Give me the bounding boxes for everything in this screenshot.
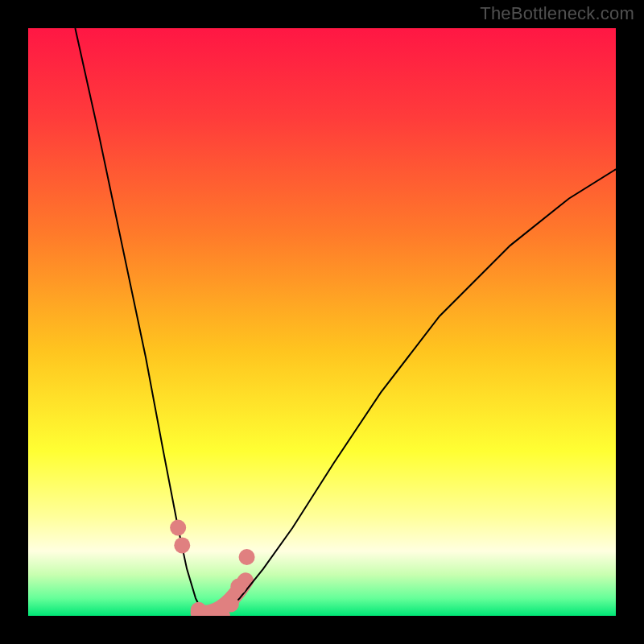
curve-layer [28, 28, 616, 616]
trough-marker-8 [239, 549, 255, 565]
trough-marker-0 [170, 520, 186, 536]
trough-marker-7 [230, 579, 246, 595]
watermark-text: TheBottleneck.com [480, 3, 634, 24]
curve-right-branch [222, 169, 616, 616]
trough-marker-6 [223, 596, 239, 612]
plot-area [28, 28, 616, 616]
trough-marker-1 [174, 537, 190, 553]
